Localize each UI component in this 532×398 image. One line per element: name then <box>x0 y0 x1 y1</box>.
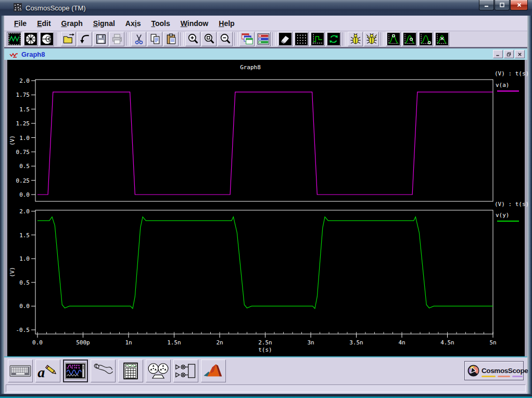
bug-button[interactable] <box>348 32 363 46</box>
graph-close-button[interactable] <box>515 50 525 58</box>
toolbar-separator <box>234 32 238 46</box>
menu-bar: FileEditGraphSignalAxisToolsWindowHelp <box>4 16 527 31</box>
tile-windows-button[interactable] <box>256 32 271 46</box>
menu-axis[interactable]: Axis <box>120 18 146 29</box>
zoom-in-button[interactable] <box>185 32 200 46</box>
cascade-windows-icon <box>241 33 254 45</box>
client-area: FileEditGraphSignalAxisToolsWindowHelp G… <box>4 16 527 394</box>
measure-slope-icon <box>403 33 416 45</box>
save-button[interactable] <box>93 32 108 46</box>
cascade-windows-button[interactable] <box>239 32 255 46</box>
zoom-out-button[interactable] <box>218 32 233 46</box>
annotate-icon: a <box>37 362 59 380</box>
menu-tools[interactable]: Tools <box>146 18 175 29</box>
menu-file[interactable]: File <box>9 18 32 29</box>
calculator-button[interactable] <box>118 360 143 382</box>
measure-slope-button[interactable] <box>402 32 417 46</box>
window-controls <box>478 0 528 10</box>
graph-window-title: Graph8 <box>21 50 45 58</box>
svg-text:0.25: 0.25 <box>16 177 30 184</box>
measure-point-icon <box>420 33 432 45</box>
toolbar-separator <box>126 32 130 46</box>
cut-button[interactable] <box>131 32 146 46</box>
svg-text:2.0: 2.0 <box>19 208 30 215</box>
svg-text:1.0: 1.0 <box>19 255 30 262</box>
bottom-plot-units-label: (V) : t(s) <box>495 201 529 208</box>
waveform-tool-button[interactable] <box>63 360 88 382</box>
zoom-box-icon <box>203 33 216 45</box>
plot-canvas[interactable]: 2.01.751.51.251.00.750.50.250.0(V)2.01.5… <box>7 60 525 356</box>
keyboard-icon <box>9 362 31 380</box>
graph-minimize-button[interactable] <box>493 50 503 58</box>
measure-point-button[interactable] <box>418 32 433 46</box>
svg-text:4.5n: 4.5n <box>440 339 454 346</box>
menu-edit[interactable]: Edit <box>32 18 56 29</box>
recorder-icon <box>147 362 169 380</box>
top-plot-signal-label[interactable]: v(a) <box>496 82 510 88</box>
smith-chart-button[interactable] <box>39 32 54 46</box>
cosmosscope-logo: CosmosScope <box>464 361 524 380</box>
svg-text:(V): (V) <box>9 135 16 146</box>
probe-button[interactable] <box>91 360 116 382</box>
svg-text:500p: 500p <box>76 339 90 346</box>
bottom-plot-legend-line <box>497 221 519 222</box>
cosmosscope-logo-icon <box>467 364 480 377</box>
svg-text:3.5n: 3.5n <box>349 339 363 346</box>
menu-graph[interactable]: Graph <box>56 18 88 29</box>
logo-underline-2 <box>498 376 510 377</box>
zoom-box-button[interactable] <box>201 32 217 46</box>
print-icon <box>111 33 123 45</box>
redraw-button[interactable] <box>326 32 341 46</box>
recorder-button[interactable] <box>146 360 171 382</box>
grid-icon <box>295 33 308 45</box>
grid-button[interactable] <box>294 32 309 46</box>
annotate-button[interactable]: a <box>35 360 60 382</box>
measure-peak-icon <box>387 33 400 45</box>
signal-flow-button[interactable] <box>173 360 198 382</box>
graph-window-body: 2.01.751.51.251.00.750.50.250.0(V)2.01.5… <box>4 60 527 357</box>
menu-help[interactable]: Help <box>213 18 239 29</box>
polar-plot-icon <box>24 33 37 45</box>
bottom-plot-signal-label[interactable]: v(y) <box>496 212 510 219</box>
close-button[interactable] <box>510 0 528 10</box>
calculator-icon <box>120 362 142 380</box>
measure-x-button[interactable] <box>434 32 449 46</box>
graph-window-titlebar[interactable]: Graph8 <box>4 48 527 60</box>
minimize-button[interactable] <box>479 0 494 10</box>
undo-button[interactable] <box>77 32 92 46</box>
window-titlebar[interactable]: CosmosScope (TM) <box>0 0 532 16</box>
top-plot-legend-line <box>497 91 519 92</box>
svg-text:4n: 4n <box>398 339 405 346</box>
matlab-button[interactable] <box>201 360 226 382</box>
toolbar-separator <box>272 32 276 46</box>
graph-title: Graph8 <box>7 64 493 71</box>
print-button[interactable] <box>109 32 124 46</box>
maximize-button[interactable] <box>495 0 510 10</box>
app-icon <box>14 3 22 11</box>
svg-text:0.75: 0.75 <box>16 149 30 156</box>
keyboard-button[interactable] <box>8 360 33 382</box>
graph-window-button[interactable] <box>7 32 22 46</box>
menu-signal[interactable]: Signal <box>88 18 120 29</box>
menu-window[interactable]: Window <box>175 18 214 29</box>
zoom-in-icon <box>187 33 199 45</box>
bug-wings-button[interactable] <box>364 32 379 46</box>
copy-button[interactable] <box>147 32 162 46</box>
svg-text:1.75: 1.75 <box>16 92 30 98</box>
open-file-button[interactable] <box>61 32 76 46</box>
svg-text:0.0: 0.0 <box>19 191 30 198</box>
cut-icon <box>133 33 145 45</box>
polar-plot-button[interactable] <box>23 32 38 46</box>
graph-window-controls <box>492 50 525 58</box>
svg-text:-0.5: -0.5 <box>16 327 30 333</box>
graph-restore-button[interactable] <box>504 50 514 58</box>
axes-button[interactable] <box>310 32 325 46</box>
measure-peak-button[interactable] <box>386 32 401 46</box>
svg-text:2n: 2n <box>216 339 223 346</box>
erase-button[interactable] <box>277 32 293 46</box>
undo-icon <box>79 33 91 45</box>
paste-button[interactable] <box>163 32 179 46</box>
status-bar <box>6 384 526 392</box>
svg-text:1.5: 1.5 <box>19 232 30 239</box>
svg-text:1.0: 1.0 <box>19 135 30 142</box>
